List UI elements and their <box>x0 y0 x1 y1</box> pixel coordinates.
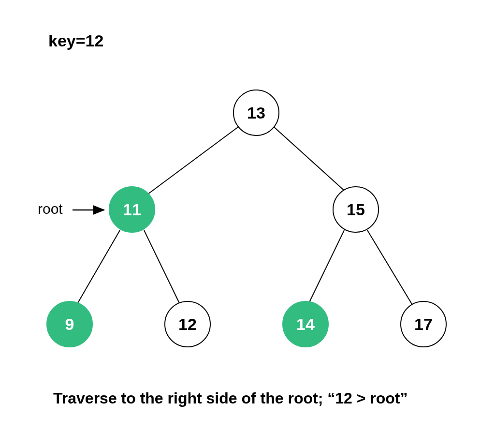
node-12: 12 <box>164 301 211 347</box>
root-label: root <box>38 201 63 217</box>
node-value: 15 <box>347 200 365 219</box>
tree-edges <box>0 0 495 448</box>
node-17: 17 <box>400 301 447 347</box>
node-value: 9 <box>65 315 74 334</box>
edge-15-17 <box>367 230 417 312</box>
node-value: 13 <box>247 104 265 122</box>
key-title: key=12 <box>48 31 103 50</box>
node-value: 12 <box>178 315 197 334</box>
node-13: 13 <box>233 90 279 136</box>
node-value: 11 <box>123 200 141 219</box>
node-15: 15 <box>333 186 379 233</box>
caption: Traverse to the right side of the root; … <box>53 389 408 407</box>
root-pointer <box>0 0 495 448</box>
node-value: 17 <box>414 315 433 334</box>
node-9: 9 <box>46 301 93 347</box>
node-14: 14 <box>282 301 329 347</box>
edge-13-15 <box>273 126 353 198</box>
edge-11-12 <box>144 230 184 312</box>
node-value: 14 <box>296 315 315 334</box>
edge-15-14 <box>305 230 344 312</box>
edge-11-9 <box>73 230 120 312</box>
diagram-stage: key=12 root 13 11 15 9 12 <box>0 0 495 448</box>
node-11: 11 <box>109 186 155 233</box>
edge-13-11 <box>142 126 240 198</box>
